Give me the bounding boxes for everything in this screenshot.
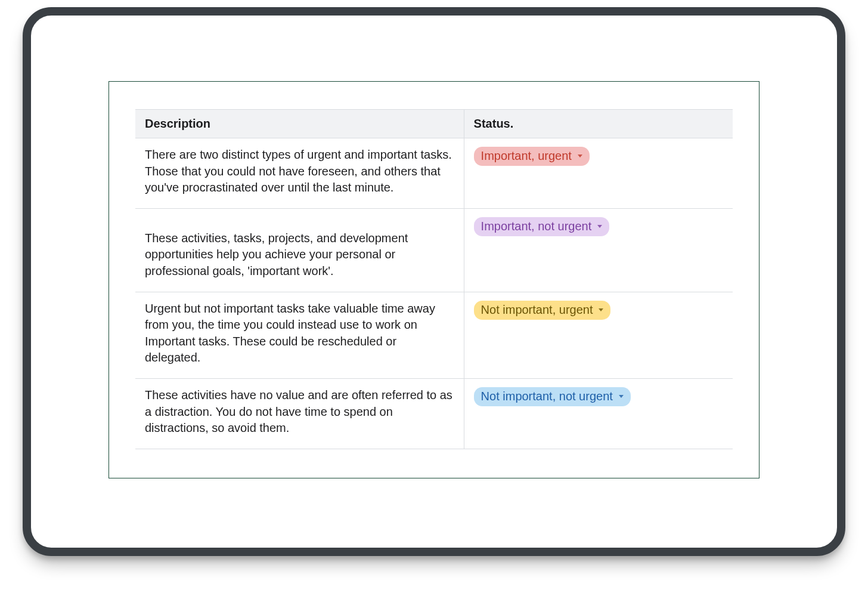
cell-status: Not important, not urgent (464, 378, 733, 449)
table-row: These activities, tasks, projects, and d… (135, 208, 733, 292)
chevron-down-icon (599, 308, 603, 311)
cell-status: Not important, urgent (464, 292, 733, 378)
cell-status: Important, not urgent (464, 208, 733, 292)
table-row: There are two distinct types of urgent a… (135, 138, 733, 209)
priority-table: Description Status. There are two distin… (135, 109, 733, 449)
status-label: Not important, not urgent (481, 388, 613, 404)
table-row: These activities have no value and are o… (135, 378, 733, 449)
status-label: Important, urgent (481, 148, 572, 164)
cell-description: These activities, tasks, projects, and d… (135, 208, 464, 292)
content-box: Description Status. There are two distin… (108, 81, 760, 478)
table-row: Urgent but not important tasks take valu… (135, 292, 733, 378)
status-pill-important-urgent[interactable]: Important, urgent (474, 147, 590, 166)
col-header-status: Status. (464, 110, 733, 138)
cell-description: These activities have no value and are o… (135, 378, 464, 449)
cell-status: Important, urgent (464, 138, 733, 209)
col-header-description: Description (135, 110, 464, 138)
cell-description: Urgent but not important tasks take valu… (135, 292, 464, 378)
status-label: Not important, urgent (481, 302, 593, 318)
chevron-down-icon (619, 395, 624, 398)
chevron-down-icon (597, 225, 602, 228)
table-header-row: Description Status. (135, 110, 733, 138)
cell-description: There are two distinct types of urgent a… (135, 138, 464, 209)
status-pill-important-not-urgent[interactable]: Important, not urgent (474, 217, 610, 236)
device-frame: Description Status. There are two distin… (23, 7, 845, 556)
status-label: Important, not urgent (481, 218, 592, 234)
status-pill-not-important-not-urgent[interactable]: Not important, not urgent (474, 387, 631, 406)
status-pill-not-important-urgent[interactable]: Not important, urgent (474, 301, 611, 320)
chevron-down-icon (578, 155, 582, 157)
